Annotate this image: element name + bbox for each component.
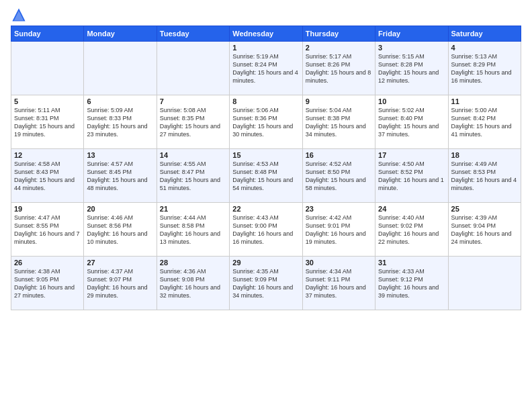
day-info: Sunrise: 5:19 AM Sunset: 8:24 PM Dayligh…	[232, 52, 299, 85]
cell-2-4: 16Sunrise: 4:52 AM Sunset: 8:50 PM Dayli…	[302, 149, 375, 203]
day-number: 14	[160, 151, 226, 159]
day-number: 27	[87, 259, 153, 267]
cell-3-0: 19Sunrise: 4:47 AM Sunset: 8:55 PM Dayli…	[11, 203, 84, 257]
col-header-wednesday: Wednesday	[230, 26, 302, 42]
day-info: Sunrise: 4:37 AM Sunset: 9:07 PM Dayligh…	[87, 267, 153, 300]
cell-0-0	[11, 42, 84, 95]
day-number: 6	[87, 97, 153, 105]
day-info: Sunrise: 5:08 AM Sunset: 8:35 PM Dayligh…	[160, 106, 226, 139]
day-number: 20	[87, 205, 153, 213]
week-row-1: 5Sunrise: 5:11 AM Sunset: 8:31 PM Daylig…	[11, 95, 521, 149]
cell-3-2: 21Sunrise: 4:44 AM Sunset: 8:58 PM Dayli…	[157, 203, 229, 257]
day-info: Sunrise: 4:33 AM Sunset: 9:12 PM Dayligh…	[378, 267, 445, 300]
cell-4-3: 29Sunrise: 4:35 AM Sunset: 9:09 PM Dayli…	[230, 257, 302, 310]
cell-1-6: 11Sunrise: 5:00 AM Sunset: 8:42 PM Dayli…	[448, 95, 521, 149]
cell-0-1	[84, 42, 157, 95]
header	[11, 7, 521, 23]
day-number: 4	[451, 44, 518, 52]
day-info: Sunrise: 4:38 AM Sunset: 9:05 PM Dayligh…	[14, 267, 81, 300]
day-info: Sunrise: 5:17 AM Sunset: 8:26 PM Dayligh…	[306, 52, 372, 85]
day-info: Sunrise: 4:42 AM Sunset: 9:01 PM Dayligh…	[306, 214, 372, 246]
cell-1-5: 10Sunrise: 5:02 AM Sunset: 8:40 PM Dayli…	[375, 95, 448, 149]
page-container: SundayMondayTuesdayWednesdayThursdayFrid…	[0, 0, 532, 317]
cell-3-5: 24Sunrise: 4:40 AM Sunset: 9:02 PM Dayli…	[375, 203, 448, 257]
cell-1-3: 8Sunrise: 5:06 AM Sunset: 8:36 PM Daylig…	[230, 95, 302, 149]
cell-2-3: 15Sunrise: 4:53 AM Sunset: 8:48 PM Dayli…	[230, 149, 302, 203]
week-row-3: 19Sunrise: 4:47 AM Sunset: 8:55 PM Dayli…	[11, 203, 521, 257]
day-info: Sunrise: 4:39 AM Sunset: 9:04 PM Dayligh…	[451, 214, 518, 246]
day-number: 17	[378, 151, 445, 159]
day-number: 1	[232, 44, 299, 52]
cell-3-4: 23Sunrise: 4:42 AM Sunset: 9:01 PM Dayli…	[302, 203, 375, 257]
cell-4-1: 27Sunrise: 4:37 AM Sunset: 9:07 PM Dayli…	[84, 257, 157, 310]
day-number: 13	[87, 151, 153, 159]
day-info: Sunrise: 4:57 AM Sunset: 8:45 PM Dayligh…	[87, 160, 153, 193]
header-row: SundayMondayTuesdayWednesdayThursdayFrid…	[11, 26, 521, 42]
day-info: Sunrise: 4:52 AM Sunset: 8:50 PM Dayligh…	[306, 160, 372, 193]
day-number: 25	[451, 205, 518, 213]
cell-1-0: 5Sunrise: 5:11 AM Sunset: 8:31 PM Daylig…	[11, 95, 84, 149]
day-info: Sunrise: 4:47 AM Sunset: 8:55 PM Dayligh…	[14, 214, 81, 246]
day-number: 23	[306, 205, 372, 213]
cell-0-6: 4Sunrise: 5:13 AM Sunset: 8:29 PM Daylig…	[448, 42, 521, 95]
day-info: Sunrise: 5:00 AM Sunset: 8:42 PM Dayligh…	[451, 106, 518, 139]
cell-2-2: 14Sunrise: 4:55 AM Sunset: 8:47 PM Dayli…	[157, 149, 229, 203]
day-number: 7	[160, 97, 226, 105]
logo-icon	[11, 7, 27, 23]
day-number: 19	[14, 205, 81, 213]
cell-0-4: 2Sunrise: 5:17 AM Sunset: 8:26 PM Daylig…	[302, 42, 375, 95]
day-info: Sunrise: 4:53 AM Sunset: 8:48 PM Dayligh…	[232, 160, 299, 193]
cell-4-4: 30Sunrise: 4:34 AM Sunset: 9:11 PM Dayli…	[302, 257, 375, 310]
day-info: Sunrise: 5:04 AM Sunset: 8:38 PM Dayligh…	[306, 106, 372, 139]
day-number: 18	[451, 151, 518, 159]
day-info: Sunrise: 4:35 AM Sunset: 9:09 PM Dayligh…	[232, 267, 299, 300]
day-number: 21	[160, 205, 226, 213]
day-info: Sunrise: 5:15 AM Sunset: 8:28 PM Dayligh…	[378, 52, 445, 85]
day-info: Sunrise: 4:58 AM Sunset: 8:43 PM Dayligh…	[14, 160, 81, 193]
cell-4-0: 26Sunrise: 4:38 AM Sunset: 9:05 PM Dayli…	[11, 257, 84, 310]
cell-1-4: 9Sunrise: 5:04 AM Sunset: 8:38 PM Daylig…	[302, 95, 375, 149]
cell-2-1: 13Sunrise: 4:57 AM Sunset: 8:45 PM Dayli…	[84, 149, 157, 203]
calendar-table: SundayMondayTuesdayWednesdayThursdayFrid…	[11, 26, 521, 310]
cell-1-2: 7Sunrise: 5:08 AM Sunset: 8:35 PM Daylig…	[157, 95, 229, 149]
day-info: Sunrise: 4:55 AM Sunset: 8:47 PM Dayligh…	[160, 160, 226, 193]
cell-3-3: 22Sunrise: 4:43 AM Sunset: 9:00 PM Dayli…	[230, 203, 302, 257]
day-number: 3	[378, 44, 445, 52]
week-row-2: 12Sunrise: 4:58 AM Sunset: 8:43 PM Dayli…	[11, 149, 521, 203]
day-number: 15	[232, 151, 299, 159]
day-number: 12	[14, 151, 81, 159]
day-number: 29	[232, 259, 299, 267]
day-info: Sunrise: 4:36 AM Sunset: 9:08 PM Dayligh…	[160, 267, 226, 300]
cell-4-6	[448, 257, 521, 310]
week-row-0: 1Sunrise: 5:19 AM Sunset: 8:24 PM Daylig…	[11, 42, 521, 95]
day-info: Sunrise: 5:09 AM Sunset: 8:33 PM Dayligh…	[87, 106, 153, 139]
col-header-monday: Monday	[84, 26, 157, 42]
day-number: 28	[160, 259, 226, 267]
day-info: Sunrise: 5:06 AM Sunset: 8:36 PM Dayligh…	[232, 106, 299, 139]
day-number: 22	[232, 205, 299, 213]
cell-4-2: 28Sunrise: 4:36 AM Sunset: 9:08 PM Dayli…	[157, 257, 229, 310]
col-header-friday: Friday	[375, 26, 448, 42]
col-header-sunday: Sunday	[11, 26, 84, 42]
day-info: Sunrise: 5:02 AM Sunset: 8:40 PM Dayligh…	[378, 106, 445, 139]
day-info: Sunrise: 4:34 AM Sunset: 9:11 PM Dayligh…	[306, 267, 372, 300]
cell-0-2	[157, 42, 229, 95]
col-header-thursday: Thursday	[302, 26, 375, 42]
day-number: 5	[14, 97, 81, 105]
col-header-tuesday: Tuesday	[157, 26, 229, 42]
day-info: Sunrise: 4:43 AM Sunset: 9:00 PM Dayligh…	[232, 214, 299, 246]
day-info: Sunrise: 4:40 AM Sunset: 9:02 PM Dayligh…	[378, 214, 445, 246]
cell-3-1: 20Sunrise: 4:46 AM Sunset: 8:56 PM Dayli…	[84, 203, 157, 257]
cell-2-6: 18Sunrise: 4:49 AM Sunset: 8:53 PM Dayli…	[448, 149, 521, 203]
day-info: Sunrise: 4:46 AM Sunset: 8:56 PM Dayligh…	[87, 214, 153, 246]
day-number: 24	[378, 205, 445, 213]
cell-3-6: 25Sunrise: 4:39 AM Sunset: 9:04 PM Dayli…	[448, 203, 521, 257]
day-number: 26	[14, 259, 81, 267]
day-number: 8	[232, 97, 299, 105]
week-row-4: 26Sunrise: 4:38 AM Sunset: 9:05 PM Dayli…	[11, 257, 521, 310]
col-header-saturday: Saturday	[448, 26, 521, 42]
day-info: Sunrise: 4:49 AM Sunset: 8:53 PM Dayligh…	[451, 160, 518, 193]
day-number: 9	[306, 97, 372, 105]
day-number: 11	[451, 97, 518, 105]
day-number: 16	[306, 151, 372, 159]
